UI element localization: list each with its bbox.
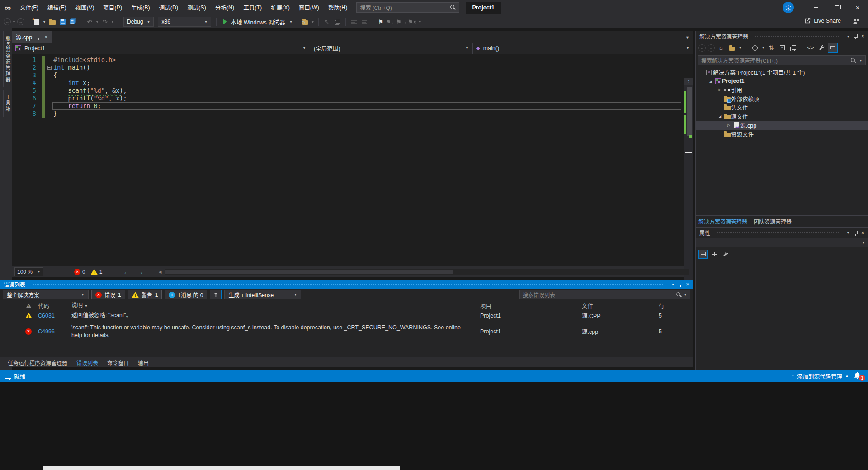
right-panel-tab-团队资源管理器[interactable]: 团队资源管理器: [754, 218, 792, 225]
new-file-icon[interactable]: [32, 17, 41, 26]
scroll-left-arrow[interactable]: ◀: [158, 270, 161, 274]
code-line-4[interactable]: 4 int x;: [12, 79, 693, 87]
redo-icon[interactable]: ↷: [100, 17, 109, 26]
find-in-files-icon[interactable]: [333, 17, 342, 26]
close-panel-icon[interactable]: ×: [861, 33, 864, 39]
properties-icon[interactable]: [817, 43, 826, 52]
clear-bookmarks-icon[interactable]: ⚑×: [408, 17, 417, 26]
tree-item-源.cpp[interactable]: ▷源.cpp: [696, 121, 868, 130]
feedback-person-icon[interactable]: [852, 18, 860, 25]
collapse-all-icon[interactable]: −: [778, 43, 787, 52]
tree-item-资源文件[interactable]: 资源文件: [696, 130, 868, 139]
document-list-dropdown-icon[interactable]: ▼: [685, 35, 689, 40]
live-share-button[interactable]: Live Share: [804, 17, 841, 24]
sync-with-active-document-icon[interactable]: ⇅: [767, 43, 776, 52]
code-line-6[interactable]: 6 printf("%d", x);: [12, 95, 693, 102]
tree-item-Project1[interactable]: ◢Project1: [696, 77, 868, 86]
add-to-source-control-button[interactable]: ↑ 添加到源代码管理 ▲: [792, 372, 849, 380]
menu-s[interactable]: 测试(S): [183, 0, 211, 15]
show-all-files-icon[interactable]: [788, 43, 797, 52]
menu-x[interactable]: 扩展(X): [266, 0, 294, 15]
close-tab-icon[interactable]: ×: [44, 34, 47, 40]
pin-icon[interactable]: [854, 230, 858, 236]
error-list-search-box[interactable]: 搜索错误列表 ▾: [519, 290, 690, 299]
attach-to-process-icon[interactable]: [301, 17, 310, 26]
left-tab-1[interactable]: 工具箱: [3, 90, 11, 117]
error-count-icon[interactable]: ×: [74, 269, 80, 275]
code-line-2[interactable]: 2−int main(): [12, 64, 693, 71]
properties-object-dropdown[interactable]: ▾: [696, 238, 868, 247]
view-code-icon[interactable]: <>: [806, 43, 815, 52]
collapsed-arrow-icon[interactable]: ▷: [717, 88, 723, 92]
source-filter-dropdown[interactable]: 生成 + IntelliSense▾: [224, 290, 301, 299]
categorized-view-icon[interactable]: [698, 250, 708, 259]
code-area[interactable]: 1#include<stdio.h>2−int main()3{4 int x;…: [12, 54, 693, 266]
menu-b[interactable]: 生成(B): [127, 0, 155, 15]
notifications-button[interactable]: 1: [854, 371, 863, 380]
expanded-arrow-icon[interactable]: ◢: [717, 114, 723, 119]
pending-changes-filter-icon[interactable]: [750, 43, 760, 52]
save-all-icon[interactable]: [68, 17, 77, 26]
code-line-7[interactable]: 7 return 0;: [12, 102, 693, 110]
project-dropdown[interactable]: Project1▾: [12, 43, 310, 54]
right-panel-tab-解决方案资源管理器[interactable]: 解决方案资源管理器: [698, 218, 747, 225]
panel-tab-任务运行程序资源管理器[interactable]: 任务运行程序资源管理器: [4, 359, 71, 366]
error-row-C4996[interactable]: ×C4996'scanf': This function or variable…: [0, 321, 693, 342]
open-file-icon[interactable]: [47, 17, 57, 26]
navigate-backward-icon[interactable]: ←: [120, 268, 132, 275]
error-code-link[interactable]: C4996: [38, 328, 71, 335]
switch-views-icon[interactable]: [727, 43, 736, 52]
alphabetical-view-icon[interactable]: [710, 250, 719, 259]
tree-item-源文件[interactable]: ◢源文件: [696, 112, 868, 121]
user-avatar[interactable]: 宋: [783, 2, 794, 13]
solution-configuration-dropdown[interactable]: Debug▾: [123, 17, 154, 27]
preview-selected-items-icon[interactable]: [828, 43, 838, 53]
menu-n[interactable]: 分析(N): [211, 0, 239, 15]
multi-filter-button[interactable]: [210, 290, 222, 299]
messages-filter-button[interactable]: i1消息 的 0: [165, 290, 207, 299]
back-icon[interactable]: ←: [698, 44, 706, 52]
previous-bookmark-icon[interactable]: ⚑←: [387, 17, 396, 26]
home-icon[interactable]: ⌂: [717, 43, 726, 52]
scope-dropdown[interactable]: (全局范围)▾: [310, 43, 473, 54]
quick-search-box[interactable]: 搜索 (Ctrl+Q): [356, 2, 459, 13]
window-position-dropdown-icon[interactable]: ▾: [846, 34, 850, 38]
window-position-dropdown-icon[interactable]: ▾: [671, 282, 675, 286]
warning-count-icon[interactable]: !: [91, 269, 98, 275]
code-line-8[interactable]: 8}: [12, 110, 693, 118]
menu-t[interactable]: 工具(T): [239, 0, 266, 15]
close-panel-icon[interactable]: ×: [861, 230, 864, 236]
menu-f[interactable]: 文件(F): [15, 0, 43, 15]
error-code-link[interactable]: C6031: [38, 313, 71, 319]
editor-horizontal-scrollbar[interactable]: [165, 269, 689, 275]
scrollbar-thumb[interactable]: [687, 87, 692, 136]
property-pages-icon[interactable]: [721, 250, 730, 259]
scope-filter-dropdown[interactable]: 整个解决方案▾: [3, 290, 89, 299]
undo-icon[interactable]: ↶: [85, 17, 94, 26]
left-tab-0[interactable]: 服务器资源管理器: [3, 31, 11, 87]
collapsed-arrow-icon[interactable]: ▷: [726, 123, 732, 127]
tree-item-引用[interactable]: ▷引用: [696, 85, 868, 95]
start-debugging-button[interactable]: 本地 Windows 调试器: [220, 16, 288, 27]
warnings-filter-button[interactable]: !警告1: [128, 290, 162, 299]
zoom-dropdown[interactable]: 100 %▾: [14, 267, 43, 276]
menu-v[interactable]: 视图(V): [71, 0, 99, 15]
editor-vertical-scrollbar[interactable]: ÷ ▼: [684, 78, 693, 290]
panel-tab-输出[interactable]: 输出: [134, 359, 153, 366]
member-dropdown[interactable]: ◆ main()▾: [473, 43, 693, 54]
forward-icon[interactable]: →: [708, 44, 715, 52]
comment-lines-icon[interactable]: [349, 17, 359, 26]
panel-tab-错误列表[interactable]: 错误列表: [72, 359, 102, 366]
navigate-forward-icon[interactable]: →: [134, 268, 146, 275]
pin-icon[interactable]: [36, 34, 40, 40]
code-line-1[interactable]: 1#include<stdio.h>: [12, 56, 693, 64]
code-line-3[interactable]: 3{: [12, 71, 693, 79]
errors-filter-button[interactable]: ×错误1: [91, 290, 125, 299]
next-bookmark-icon[interactable]: ⚑→: [397, 17, 406, 26]
split-window-handle[interactable]: ÷: [684, 78, 693, 85]
window-position-dropdown-icon[interactable]: ▾: [846, 231, 850, 235]
menu-h[interactable]: 帮助(H): [324, 0, 352, 15]
fold-collapse-icon[interactable]: −: [47, 66, 52, 70]
expanded-arrow-icon[interactable]: ◢: [708, 79, 714, 83]
pin-icon[interactable]: [854, 33, 858, 39]
